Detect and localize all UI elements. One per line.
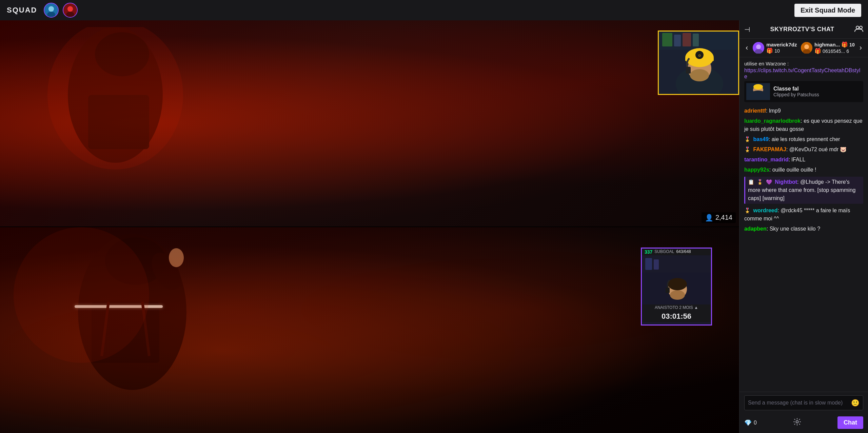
chat-footer: 💎 0 Chat [739, 414, 868, 433]
gift-item-1: maverick7dz 🎁 10 [753, 42, 797, 54]
cam-bottom-timer: 03:01:56 [642, 311, 711, 322]
wins-value: 337 [645, 249, 652, 255]
svg-point-4 [67, 6, 73, 12]
gift-user-3: 0616545... [823, 48, 845, 54]
floating-cam-top: ⊙ [658, 31, 739, 95]
svg-rect-13 [674, 35, 681, 46]
video-top-background [0, 20, 739, 227]
floating-cam-bottom: 337 SUBGOAL 643/648 [641, 248, 712, 326]
svg-point-2 [47, 12, 56, 17]
squad-avatar-red[interactable] [63, 3, 78, 18]
svg-point-46 [756, 44, 761, 49]
gift-badge-2: 🎁 [841, 41, 848, 48]
gift-user-1: maverick7dz [766, 42, 797, 47]
squad-info: SQUAD [7, 3, 78, 18]
svg-point-40 [670, 290, 685, 300]
clip-link[interactable]: https://clips.twitch.tv/CogentTastyCheet… [744, 67, 860, 79]
username-luardo[interactable]: luardo_ragnarlodbrok [744, 118, 801, 124]
gift-banner: ‹ maverick7dz 🎁 10 [739, 39, 868, 57]
bits-count: 0 [754, 420, 757, 426]
gift-count-1: 10 [774, 48, 780, 54]
chat-input-area: 🙂 [739, 392, 868, 414]
video-bottom-background [0, 227, 739, 433]
badge-fakepamaj: 🎖️ [744, 146, 751, 152]
soldier-top-svg [20, 27, 258, 190]
svg-point-55 [796, 420, 798, 423]
username-happy92s[interactable]: happy92s [744, 167, 769, 173]
clip-context: utilise en Warzone : [744, 61, 863, 66]
clip-thumbnail [746, 83, 770, 100]
username-fakepamaj[interactable]: FAKEPAMAJ [753, 146, 786, 152]
gift-avatar-1 [753, 42, 764, 54]
svg-point-49 [804, 44, 809, 49]
username-wordreed[interactable]: wordreed [753, 208, 777, 213]
svg-rect-42 [666, 288, 670, 293]
chat-messages: utilise en Warzone : https://clips.twitc… [739, 57, 868, 392]
msg-fakepamaj: 🎖️ FAKEPAMAJ: @KevDu72 oué mdr 🐷 [744, 145, 863, 154]
chat-input[interactable] [748, 400, 851, 406]
svg-point-41 [668, 278, 687, 290]
bits-balance: 💎 0 [744, 419, 757, 427]
collapse-chat-icon[interactable]: ⊣ [744, 25, 750, 34]
svg-rect-15 [693, 34, 699, 46]
svg-point-43 [856, 26, 859, 29]
username-tarantino[interactable]: tarantino_madrid [744, 157, 789, 162]
svg-rect-37 [654, 259, 659, 270]
msg-luardo: luardo_ragnarlodbrok: es que vous pensez… [744, 116, 863, 134]
svg-rect-14 [683, 33, 691, 46]
gift-count-2: 10 [849, 42, 855, 47]
msg-wordreed: 🎖️ wordreed: @rdck45 ***** a faire le ma… [744, 206, 863, 223]
svg-point-9 [47, 27, 183, 170]
emoji-button[interactable]: 🙂 [851, 399, 860, 407]
top-bar: SQUAD Exit Squad Mode [0, 0, 868, 20]
gift-avatar-2 [801, 42, 812, 54]
msg-adrienttf: adrienttf: lmp9 [744, 106, 863, 116]
chat-settings-button[interactable] [793, 418, 801, 428]
floating-cam-top-inner: ⊙ [659, 32, 738, 94]
cam-bottom-person-svg [642, 255, 711, 304]
chat-send-button[interactable]: Chat [837, 416, 863, 429]
chat-header: ⊣ SKYRROZTV'S CHAT [739, 20, 868, 39]
video-top[interactable]: ⊙ 👤 2,414 [0, 20, 739, 227]
svg-point-54 [753, 84, 763, 90]
gift-item-2: highman... 🎁 10 🎁 0616545... 6 [801, 41, 855, 54]
squad-avatar-sky[interactable] [44, 3, 59, 18]
cam-bottom-stats-top: 337 SUBGOAL 643/648 [642, 249, 711, 255]
svg-rect-36 [645, 258, 652, 270]
svg-text:⊙: ⊙ [698, 54, 701, 57]
svg-rect-35 [642, 255, 711, 272]
chat-panel: ⊣ SKYRROZTV'S CHAT ‹ [739, 20, 868, 433]
gift-badge-1: 🎁 [766, 47, 773, 54]
kills-value: 643/648 [676, 249, 691, 255]
floating-cam-bottom-inner [642, 255, 711, 304]
kills-label: SUBGOAL [654, 249, 674, 255]
username-nightbot[interactable]: Nightbot [775, 179, 797, 185]
chat-input-wrapper: 🙂 [744, 395, 863, 410]
gift-badge-3: 🎁 [814, 48, 821, 54]
msg-tarantino: tarantino_madrid: lFALL [744, 155, 863, 164]
svg-point-44 [860, 26, 862, 29]
username-adrienttf[interactable]: adrienttf [744, 108, 766, 114]
squad-label: SQUAD [7, 6, 37, 15]
badge-bas49: 🎖️ [744, 136, 751, 142]
svg-point-33 [14, 227, 149, 363]
viewer-count: 👤 2,414 [702, 212, 736, 223]
username-bas49[interactable]: bas49 [753, 136, 768, 142]
gift-prev-arrow[interactable]: ‹ [744, 43, 749, 52]
cam-top-person-svg: ⊙ [659, 31, 739, 94]
viewer-count-value: 2,414 [715, 214, 732, 221]
clip-subtitle: Clipped by Patschuss [773, 92, 819, 97]
clip-preview[interactable]: Classe fal Clipped by Patschuss [744, 81, 863, 102]
video-bottom[interactable]: 337 SUBGOAL 643/648 [0, 227, 739, 433]
main-layout: ⊙ 👤 2,414 [0, 20, 868, 433]
manage-chat-icon[interactable] [854, 24, 863, 35]
svg-rect-23 [686, 67, 691, 74]
username-adapben[interactable]: adapben [744, 226, 767, 232]
badge-nightbot-3: 💜 [766, 179, 772, 185]
gift-info-1: maverick7dz 🎁 10 [766, 42, 797, 54]
svg-point-5 [66, 12, 75, 17]
gift-next-arrow[interactable]: › [858, 43, 863, 52]
svg-point-1 [48, 6, 54, 12]
chat-title: SKYRROZTV'S CHAT [770, 26, 834, 33]
exit-squad-button[interactable]: Exit Squad Mode [794, 4, 861, 17]
